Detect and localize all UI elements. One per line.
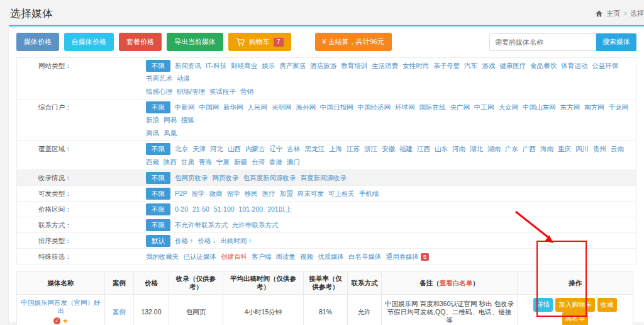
filter-option[interactable]: 浙江 xyxy=(364,143,377,155)
filter-option[interactable]: 新疆 xyxy=(234,156,247,168)
filter-option[interactable]: 营销 xyxy=(240,86,253,98)
filter-chip-selected[interactable]: 不限 xyxy=(146,143,170,155)
filter-option[interactable]: 河南 xyxy=(452,143,465,155)
filter-option[interactable]: 价格 ↑ xyxy=(175,235,193,247)
filter-option[interactable]: 中国山东网 xyxy=(523,101,556,113)
filter-option[interactable]: 教育培训 xyxy=(341,60,367,72)
filter-chip-selected[interactable]: 默认 xyxy=(146,235,170,247)
filter-option[interactable]: 移民 xyxy=(245,188,258,200)
filter-option[interactable]: 微商 xyxy=(209,188,223,200)
filter-option[interactable]: 动漫 xyxy=(177,72,190,84)
filter-option[interactable]: 娱乐 xyxy=(262,60,275,72)
filter-option[interactable]: 包网页收录 xyxy=(175,172,208,184)
filter-option[interactable]: 201以上 xyxy=(267,203,292,215)
filter-option[interactable]: 健康医疗 xyxy=(499,60,526,72)
filter-option[interactable]: 重庆 xyxy=(558,143,571,155)
filter-option[interactable]: 网页收录 xyxy=(213,172,239,184)
filter-option[interactable]: 视频 xyxy=(300,251,313,263)
filter-option[interactable]: 优质媒体 xyxy=(318,251,344,263)
filter-option[interactable]: 101-200 xyxy=(239,203,264,215)
filter-option[interactable]: 生活消费 xyxy=(372,60,398,72)
filter-option[interactable]: 黑龙江 xyxy=(305,143,325,155)
filter-option[interactable]: 中新网 xyxy=(175,101,195,113)
filter-option[interactable]: 中工网 xyxy=(474,101,494,113)
checkout-button[interactable]: ¥ 去结算，共计96元 xyxy=(315,33,392,51)
filter-option[interactable]: 新闻资讯 xyxy=(175,60,201,72)
filter-option[interactable]: 留学 xyxy=(227,188,240,200)
filter-option[interactable]: 东方网 xyxy=(560,101,580,113)
search-media-button[interactable]: 搜索媒体 xyxy=(596,33,636,51)
case-link[interactable]: 案例 xyxy=(113,308,126,316)
filter-chip-selected[interactable]: 不限 xyxy=(146,219,170,231)
filter-option[interactable]: 甘肃 xyxy=(181,156,194,168)
filter-option[interactable]: 中国网 xyxy=(199,101,219,113)
filter-option[interactable]: 大众网 xyxy=(499,101,519,113)
filter-option[interactable]: 汽车 xyxy=(464,60,477,72)
filter-option[interactable]: 澳门 xyxy=(287,156,300,168)
filter-option[interactable]: 阅读量 xyxy=(276,251,296,263)
filter-option[interactable]: 广东 xyxy=(505,143,518,155)
filter-chip-selected[interactable]: 不限 xyxy=(146,172,170,184)
filter-option[interactable]: 客户端 xyxy=(252,251,272,263)
filter-option[interactable]: 陕西 xyxy=(164,156,177,168)
filter-option[interactable]: 吉林 xyxy=(287,143,301,155)
export-current-media-button[interactable]: 导出当前媒体 xyxy=(167,33,223,51)
filter-option[interactable]: 人民网 xyxy=(248,101,268,113)
filter-option[interactable]: 福建 xyxy=(399,143,413,155)
favorite-button[interactable]: 收藏 xyxy=(597,298,617,312)
filter-option[interactable]: 香港 xyxy=(269,156,282,168)
filter-option[interactable]: 价格 ↓ xyxy=(197,235,216,247)
filter-option[interactable]: 腾讯 xyxy=(146,127,159,139)
filter-option[interactable]: 我的收藏夹 xyxy=(146,251,179,263)
filter-option[interactable]: 0-20 xyxy=(175,203,188,215)
add-to-cart-button[interactable]: 加入购物车 xyxy=(555,298,595,312)
package-price-button[interactable]: 套餐价格 xyxy=(119,33,162,51)
filter-option[interactable]: 食品餐饮 xyxy=(530,60,557,72)
filter-option[interactable]: 辽宁 xyxy=(270,143,283,155)
filter-option[interactable]: 21-50 xyxy=(192,203,209,215)
filter-option[interactable]: 广西 xyxy=(523,143,536,155)
filter-option[interactable]: 内蒙古 xyxy=(245,143,265,155)
filter-option[interactable]: 女性时尚 xyxy=(402,60,429,72)
filter-option[interactable]: 江西 xyxy=(417,143,430,155)
filter-option[interactable]: 南方网 xyxy=(584,101,604,113)
filter-option[interactable]: 宁夏 xyxy=(216,156,230,168)
filter-option[interactable]: 山西 xyxy=(228,143,241,155)
filter-option[interactable]: 湖北 xyxy=(470,143,483,155)
filter-option[interactable]: 西藏 xyxy=(146,156,159,168)
filter-option[interactable]: 凤凰 xyxy=(164,127,177,139)
filter-option[interactable]: 酒店旅游 xyxy=(310,60,336,72)
filter-option[interactable]: 出稿时间 ↑ xyxy=(220,235,252,247)
filter-option[interactable]: 河北 xyxy=(210,143,223,155)
filter-option[interactable]: 白名单媒体 xyxy=(348,251,382,263)
filter-option[interactable]: 山东 xyxy=(435,143,448,155)
filter-option[interactable]: 可上相关 xyxy=(328,188,355,200)
view-whitelist-link[interactable]: 查看白名单 xyxy=(440,279,473,287)
filter-option[interactable]: 台湾 xyxy=(252,156,265,168)
filter-option[interactable]: 青海 xyxy=(199,156,212,168)
cart-button[interactable]: 购物车7 xyxy=(228,33,291,51)
filter-option[interactable]: 贵州 xyxy=(593,143,606,155)
filter-option[interactable]: 中国日报网 xyxy=(320,101,353,113)
detail-button[interactable]: 详情 xyxy=(533,298,553,312)
filter-option[interactable]: 不允许带联系方式 xyxy=(175,219,228,231)
filter-option[interactable]: 51-100 xyxy=(214,203,235,215)
filter-option[interactable]: 游戏 xyxy=(482,60,495,72)
filter-option[interactable]: 国际在线 xyxy=(419,101,446,113)
filter-chip-selected[interactable]: 不限 xyxy=(146,101,170,113)
filter-option[interactable]: 留学 xyxy=(192,188,205,200)
filter-option[interactable]: 允许带联系方式 xyxy=(232,219,279,231)
media-name-link[interactable]: 中国娱乐网首发（官网）好出 xyxy=(21,299,101,314)
filter-option[interactable]: 财经商业 xyxy=(231,60,257,72)
filter-option[interactable]: P2P xyxy=(175,188,187,200)
filter-option[interactable]: 海南 xyxy=(540,143,553,155)
filter-option[interactable]: 包百度新闻源收录 xyxy=(243,172,296,184)
filter-option[interactable]: 书画艺术 xyxy=(146,72,172,84)
filter-option[interactable]: 环球网 xyxy=(395,101,415,113)
filter-option[interactable]: 安徽 xyxy=(382,143,395,155)
blacklist-button[interactable]: 黑名单 xyxy=(562,312,589,325)
filter-option[interactable]: 中国经济网 xyxy=(358,101,391,113)
filter-option[interactable]: 笑话段子 xyxy=(209,86,236,98)
filter-option[interactable]: 房产家居 xyxy=(279,60,306,72)
filter-option[interactable]: 四川 xyxy=(575,143,589,155)
